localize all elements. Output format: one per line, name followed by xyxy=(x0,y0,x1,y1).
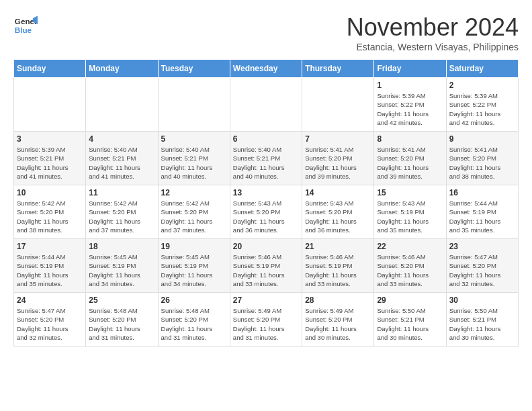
day-number: 6 xyxy=(233,134,299,144)
calendar-week-row: 10Sunrise: 5:42 AM Sunset: 5:20 PM Dayli… xyxy=(14,185,519,239)
day-info: Sunrise: 5:50 AM Sunset: 5:21 PM Dayligh… xyxy=(449,306,515,342)
day-info: Sunrise: 5:42 AM Sunset: 5:20 PM Dayligh… xyxy=(161,199,227,234)
day-info: Sunrise: 5:42 AM Sunset: 5:20 PM Dayligh… xyxy=(89,199,154,234)
calendar-cell: 1Sunrise: 5:39 AM Sunset: 5:22 PM Daylig… xyxy=(374,78,446,132)
calendar-week-row: 3Sunrise: 5:39 AM Sunset: 5:21 PM Daylig… xyxy=(14,132,519,185)
day-number: 2 xyxy=(449,81,515,90)
day-number: 9 xyxy=(449,134,515,144)
calendar-cell: 22Sunrise: 5:46 AM Sunset: 5:20 PM Dayli… xyxy=(374,239,446,293)
day-number: 5 xyxy=(161,134,227,144)
logo: General Blue xyxy=(13,13,38,38)
col-header-thursday: Thursday xyxy=(302,60,374,78)
calendar-cell: 11Sunrise: 5:42 AM Sunset: 5:20 PM Dayli… xyxy=(86,185,158,239)
day-info: Sunrise: 5:50 AM Sunset: 5:21 PM Dayligh… xyxy=(377,306,443,342)
day-info: Sunrise: 5:48 AM Sunset: 5:20 PM Dayligh… xyxy=(161,306,227,342)
calendar-cell: 12Sunrise: 5:42 AM Sunset: 5:20 PM Dayli… xyxy=(158,185,230,239)
calendar-cell: 10Sunrise: 5:42 AM Sunset: 5:20 PM Dayli… xyxy=(14,185,86,239)
day-info: Sunrise: 5:40 AM Sunset: 5:21 PM Dayligh… xyxy=(161,145,227,181)
day-number: 19 xyxy=(161,242,227,251)
day-number: 15 xyxy=(377,188,443,197)
calendar-cell: 14Sunrise: 5:43 AM Sunset: 5:20 PM Dayli… xyxy=(302,185,374,239)
calendar-cell: 6Sunrise: 5:40 AM Sunset: 5:21 PM Daylig… xyxy=(230,132,302,185)
day-number: 28 xyxy=(305,295,371,305)
calendar-cell xyxy=(86,78,158,132)
day-number: 21 xyxy=(305,242,371,251)
day-number: 23 xyxy=(449,242,515,251)
month-title: November 2024 xyxy=(347,13,519,42)
day-info: Sunrise: 5:39 AM Sunset: 5:22 PM Dayligh… xyxy=(377,91,443,127)
calendar-cell xyxy=(158,78,230,132)
calendar-cell: 18Sunrise: 5:45 AM Sunset: 5:19 PM Dayli… xyxy=(86,239,158,293)
day-number: 4 xyxy=(89,134,154,144)
day-info: Sunrise: 5:46 AM Sunset: 5:20 PM Dayligh… xyxy=(377,253,443,288)
day-number: 22 xyxy=(377,242,443,251)
page-header: General Blue November 2024 Estancia, Wes… xyxy=(13,13,519,52)
day-number: 20 xyxy=(233,242,299,251)
calendar-cell: 26Sunrise: 5:48 AM Sunset: 5:20 PM Dayli… xyxy=(158,293,230,347)
day-number: 12 xyxy=(161,188,227,197)
day-info: Sunrise: 5:43 AM Sunset: 5:19 PM Dayligh… xyxy=(377,199,443,234)
col-header-saturday: Saturday xyxy=(446,60,518,78)
day-info: Sunrise: 5:44 AM Sunset: 5:19 PM Dayligh… xyxy=(449,199,515,234)
day-info: Sunrise: 5:49 AM Sunset: 5:20 PM Dayligh… xyxy=(233,306,299,342)
calendar-cell: 3Sunrise: 5:39 AM Sunset: 5:21 PM Daylig… xyxy=(14,132,86,185)
calendar-cell: 15Sunrise: 5:43 AM Sunset: 5:19 PM Dayli… xyxy=(374,185,446,239)
day-info: Sunrise: 5:41 AM Sunset: 5:20 PM Dayligh… xyxy=(449,145,515,181)
day-info: Sunrise: 5:41 AM Sunset: 5:20 PM Dayligh… xyxy=(377,145,443,181)
col-header-tuesday: Tuesday xyxy=(158,60,230,78)
calendar-cell xyxy=(302,78,374,132)
day-number: 7 xyxy=(305,134,371,144)
day-info: Sunrise: 5:45 AM Sunset: 5:19 PM Dayligh… xyxy=(161,253,227,288)
day-info: Sunrise: 5:40 AM Sunset: 5:21 PM Dayligh… xyxy=(233,145,299,181)
day-number: 26 xyxy=(161,295,227,305)
day-number: 1 xyxy=(377,81,443,90)
day-info: Sunrise: 5:42 AM Sunset: 5:20 PM Dayligh… xyxy=(17,199,83,234)
day-info: Sunrise: 5:47 AM Sunset: 5:20 PM Dayligh… xyxy=(449,253,515,288)
calendar-cell: 19Sunrise: 5:45 AM Sunset: 5:19 PM Dayli… xyxy=(158,239,230,293)
calendar-cell: 24Sunrise: 5:47 AM Sunset: 5:20 PM Dayli… xyxy=(14,293,86,347)
calendar-cell: 5Sunrise: 5:40 AM Sunset: 5:21 PM Daylig… xyxy=(158,132,230,185)
calendar-cell: 13Sunrise: 5:43 AM Sunset: 5:20 PM Dayli… xyxy=(230,185,302,239)
day-info: Sunrise: 5:41 AM Sunset: 5:20 PM Dayligh… xyxy=(305,145,371,181)
day-info: Sunrise: 5:46 AM Sunset: 5:19 PM Dayligh… xyxy=(233,253,299,288)
calendar-cell: 2Sunrise: 5:39 AM Sunset: 5:22 PM Daylig… xyxy=(446,78,518,132)
day-number: 11 xyxy=(89,188,154,197)
day-number: 10 xyxy=(17,188,83,197)
day-number: 3 xyxy=(17,134,83,144)
day-info: Sunrise: 5:48 AM Sunset: 5:20 PM Dayligh… xyxy=(89,306,154,342)
calendar-table: SundayMondayTuesdayWednesdayThursdayFrid… xyxy=(13,59,519,347)
day-info: Sunrise: 5:39 AM Sunset: 5:21 PM Dayligh… xyxy=(17,145,83,181)
calendar-cell: 20Sunrise: 5:46 AM Sunset: 5:19 PM Dayli… xyxy=(230,239,302,293)
calendar-cell: 28Sunrise: 5:49 AM Sunset: 5:20 PM Dayli… xyxy=(302,293,374,347)
calendar-cell: 29Sunrise: 5:50 AM Sunset: 5:21 PM Dayli… xyxy=(374,293,446,347)
day-info: Sunrise: 5:49 AM Sunset: 5:20 PM Dayligh… xyxy=(305,306,371,342)
day-number: 18 xyxy=(89,242,154,251)
calendar-header-row: SundayMondayTuesdayWednesdayThursdayFrid… xyxy=(14,60,519,78)
calendar-cell: 16Sunrise: 5:44 AM Sunset: 5:19 PM Dayli… xyxy=(446,185,518,239)
day-number: 30 xyxy=(449,295,515,305)
calendar-week-row: 1Sunrise: 5:39 AM Sunset: 5:22 PM Daylig… xyxy=(14,78,519,132)
calendar-week-row: 24Sunrise: 5:47 AM Sunset: 5:20 PM Dayli… xyxy=(14,293,519,347)
col-header-wednesday: Wednesday xyxy=(230,60,302,78)
calendar-cell: 8Sunrise: 5:41 AM Sunset: 5:20 PM Daylig… xyxy=(374,132,446,185)
day-number: 29 xyxy=(377,295,443,305)
calendar-week-row: 17Sunrise: 5:44 AM Sunset: 5:19 PM Dayli… xyxy=(14,239,519,293)
title-block: November 2024 Estancia, Western Visayas,… xyxy=(347,13,519,52)
day-number: 25 xyxy=(89,295,154,305)
day-info: Sunrise: 5:46 AM Sunset: 5:19 PM Dayligh… xyxy=(305,253,371,288)
calendar-cell: 9Sunrise: 5:41 AM Sunset: 5:20 PM Daylig… xyxy=(446,132,518,185)
col-header-friday: Friday xyxy=(374,60,446,78)
calendar-cell: 27Sunrise: 5:49 AM Sunset: 5:20 PM Dayli… xyxy=(230,293,302,347)
calendar-cell: 23Sunrise: 5:47 AM Sunset: 5:20 PM Dayli… xyxy=(446,239,518,293)
day-number: 8 xyxy=(377,134,443,144)
day-info: Sunrise: 5:43 AM Sunset: 5:20 PM Dayligh… xyxy=(305,199,371,234)
day-info: Sunrise: 5:43 AM Sunset: 5:20 PM Dayligh… xyxy=(233,199,299,234)
calendar-cell: 4Sunrise: 5:40 AM Sunset: 5:21 PM Daylig… xyxy=(86,132,158,185)
day-number: 16 xyxy=(449,188,515,197)
svg-text:Blue: Blue xyxy=(15,26,32,34)
calendar-cell: 21Sunrise: 5:46 AM Sunset: 5:19 PM Dayli… xyxy=(302,239,374,293)
calendar-cell: 30Sunrise: 5:50 AM Sunset: 5:21 PM Dayli… xyxy=(446,293,518,347)
day-info: Sunrise: 5:45 AM Sunset: 5:19 PM Dayligh… xyxy=(89,253,154,288)
col-header-monday: Monday xyxy=(86,60,158,78)
calendar-cell xyxy=(14,78,86,132)
